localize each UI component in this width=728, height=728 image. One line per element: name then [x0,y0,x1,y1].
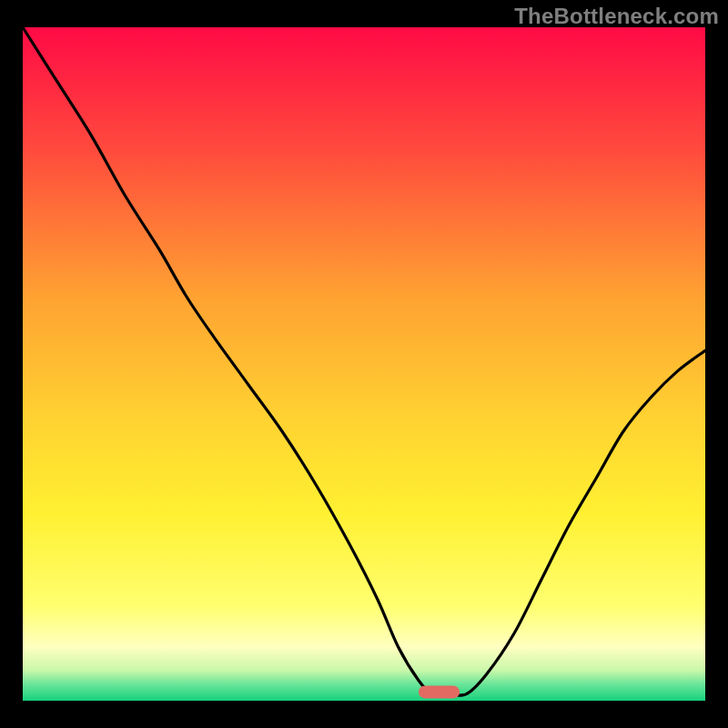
chart-container: TheBottleneck.com [0,0,728,728]
optimal-marker [419,685,460,698]
watermark-text: TheBottleneck.com [514,4,719,29]
bottleneck-chart [0,0,728,728]
gradient-background [23,27,705,701]
